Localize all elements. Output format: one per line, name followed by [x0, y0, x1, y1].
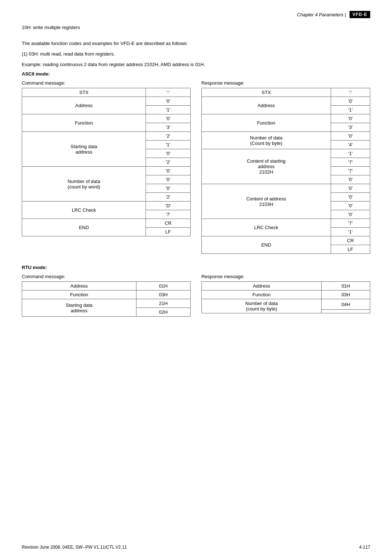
rtu-resp-func-label: Function	[202, 290, 322, 299]
rtu-command-label: Command message:	[22, 274, 191, 279]
content-addr-label: Content of address2103H	[202, 184, 331, 219]
rtu-start-v1: 21H	[136, 299, 190, 308]
table-row: Number of data(count by byte) 04H	[202, 299, 370, 309]
function-label: Function	[22, 114, 146, 132]
table-row: Starting dataaddress '2'	[22, 132, 191, 141]
lrc-val2: '7'	[146, 210, 191, 219]
rtu-response-label: Response message:	[201, 274, 370, 279]
cont-a-v2: '0'	[331, 193, 370, 202]
table-row: Address '0'	[22, 97, 191, 106]
table-row: STX ':'	[202, 88, 370, 97]
num-val4: '2'	[146, 193, 191, 202]
num-val2: '0'	[146, 175, 191, 184]
rtu-func-val: 03H	[136, 290, 190, 299]
starting-data-label: Starting dataaddress	[22, 132, 146, 167]
start-val3: '0'	[146, 149, 191, 158]
addr-resp-label: Address	[202, 97, 331, 114]
rtu-addr-label: Address	[22, 282, 136, 290]
cont-s-v2: '7'	[331, 158, 370, 167]
stx-resp-val: ':'	[331, 88, 370, 97]
ascii-command-table: STX ':' Address '0' '1' Function '0' '3'…	[22, 88, 191, 236]
addr-val2: '1'	[146, 106, 191, 114]
start-val4: '2'	[146, 158, 191, 167]
end-lf: LF	[146, 228, 191, 236]
func-resp-label: Function	[202, 114, 331, 132]
table-row: STX ':'	[22, 88, 191, 97]
end-cr: CR	[146, 219, 191, 228]
cont-s-v4: '0'	[331, 175, 370, 184]
cont-a-v3: '0'	[331, 202, 370, 210]
rtu-command-table: Address 01H Function 03H Starting dataad…	[22, 281, 191, 317]
table-row: LRC Check '7'	[202, 219, 370, 228]
lrc-label: LRC Check	[22, 202, 146, 219]
cont-a-v4: '0'	[331, 210, 370, 219]
lrc-resp-v2: '1'	[331, 228, 370, 236]
addr-resp-v2: '1'	[331, 106, 370, 114]
ascii-response-label: Response message:	[201, 80, 370, 86]
ascii-mode-label: ASCII mode:	[22, 71, 370, 77]
cont-a-v1: '0'	[331, 184, 370, 193]
rtu-resp-addr-label: Address	[202, 282, 322, 290]
end-resp-cr: CR	[331, 236, 370, 245]
ascii-command-label: Command message:	[22, 80, 191, 86]
lrc-val1: 'D'	[146, 202, 191, 210]
logo: VFD-E	[350, 11, 370, 18]
end-resp-label: END	[202, 236, 331, 254]
table-row: Address '0'	[202, 97, 370, 106]
table-row: Number of data(count by word) '0'	[22, 167, 191, 175]
page-header: Chapter 4 Parameters | VFD-E	[22, 11, 370, 18]
intro3: Example: reading continuous 2 data from …	[22, 61, 370, 69]
table-row: Function 03H	[22, 290, 191, 299]
table-row: Content of startingaddress2102H '1'	[202, 149, 370, 158]
table-row: END CR	[22, 219, 191, 228]
rtu-resp-addr-val: 01H	[322, 282, 370, 290]
address-label: Address	[22, 97, 146, 114]
table-row: Function 03H	[202, 290, 370, 299]
rtu-func-label: Function	[22, 290, 136, 299]
num-data-label: Number of data(count by word)	[22, 167, 146, 202]
footer-right: 4-117	[359, 545, 370, 550]
rtu-response-table: Address 01H Function 03H Number of data(…	[201, 281, 370, 313]
rtu-command-section: Command message: Address 01H Function 03…	[22, 274, 191, 317]
lrc-resp-v1: '7'	[331, 219, 370, 228]
func-val1: '0'	[146, 114, 191, 123]
rtu-start-v2: 02H	[136, 308, 190, 317]
num-val3: '0'	[146, 184, 191, 193]
footer-left: Revision June 2008, 04EE, SW--PW V1.11/C…	[22, 545, 127, 550]
cont-s-v1: '1'	[331, 149, 370, 158]
chapter-title: Chapter 4 Parameters |	[297, 12, 346, 17]
stx-value: ':'	[146, 88, 191, 97]
cont-s-v3: '7'	[331, 167, 370, 175]
end-label: END	[22, 219, 146, 236]
rtu-resp-num-val2	[322, 309, 370, 313]
rtu-addr-val: 01H	[136, 282, 190, 290]
rtu-start-label: Starting dataaddress	[22, 299, 136, 317]
rtu-tables-row: Command message: Address 01H Function 03…	[22, 274, 370, 317]
intro2: (1) 03H: multi read, read data from regi…	[22, 50, 370, 58]
func-val2: '3'	[146, 123, 191, 132]
start-val2: '1'	[146, 141, 191, 149]
ascii-command-section: Command message: STX ':' Address '0' '1'…	[22, 80, 191, 254]
rtu-resp-func-val: 03H	[322, 290, 370, 299]
func-resp-v1: '0'	[331, 114, 370, 123]
rtu-mode-label: RTU mode:	[22, 265, 370, 270]
table-row: Number of data(Count by byte) '0'	[202, 132, 370, 141]
start-val1: '2'	[146, 132, 191, 141]
rtu-resp-num-val: 04H	[322, 299, 370, 309]
table-row: Function '0'	[202, 114, 370, 123]
table-row: Function '0'	[22, 114, 191, 123]
table-row: LRC Check 'D'	[22, 202, 191, 210]
table-row: Address 01H	[202, 282, 370, 290]
addr-val1: '0'	[146, 97, 191, 106]
num-data-resp-label: Number of data(Count by byte)	[202, 132, 331, 149]
page-footer: Revision June 2008, 04EE, SW--PW V1.11/C…	[22, 545, 370, 550]
table-row: Address 01H	[22, 282, 191, 290]
rtu-response-section: Response message: Address 01H Function 0…	[201, 274, 370, 317]
table-row: END CR	[202, 236, 370, 245]
ascii-response-section: Response message: STX ':' Address '0' '1…	[201, 80, 370, 254]
table-row: Content of address2103H '0'	[202, 184, 370, 193]
lrc-resp-label: LRC Check	[202, 219, 331, 236]
num-resp-v1: '0'	[331, 132, 370, 141]
ascii-tables-row: Command message: STX ':' Address '0' '1'…	[22, 80, 370, 254]
rtu-resp-num-label: Number of data(count by byte)	[202, 299, 322, 313]
